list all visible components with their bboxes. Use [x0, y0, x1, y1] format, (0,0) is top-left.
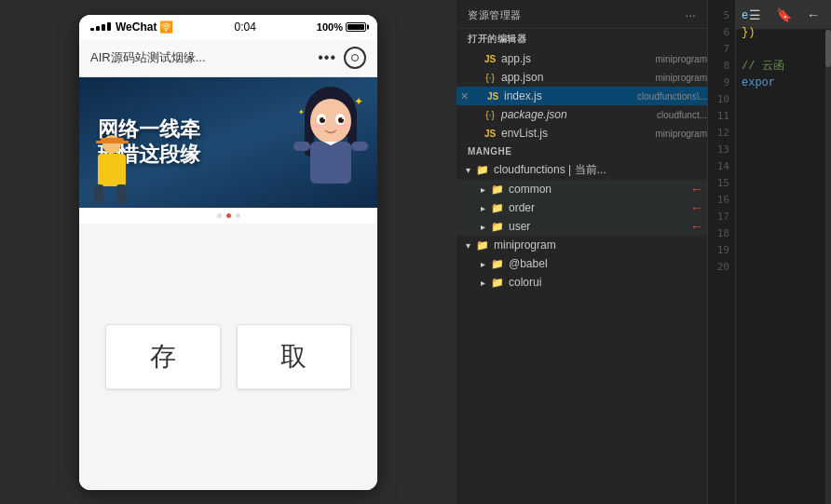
- list-item[interactable]: ✕ JS index.js cloudfunctions\...: [456, 87, 707, 105]
- list-item[interactable]: ▸ 📁 @babel: [456, 254, 707, 273]
- list-item[interactable]: ▸ 📁 colorui: [456, 273, 707, 292]
- dot-1: [217, 213, 222, 218]
- phone-banner: 网络一线牵 珍惜这段缘: [79, 77, 377, 208]
- manghe-section: MANGHE: [456, 143, 707, 160]
- phone-panel: WeChat 🛜 0:04 100% AIR源码站测试烟缘... •••: [0, 0, 456, 504]
- list-item[interactable]: ▸ 📁 user ←: [456, 217, 707, 236]
- back-icon[interactable]: ←: [803, 6, 824, 24]
- dot-2-active: [226, 213, 231, 218]
- battery-icon: [346, 22, 366, 32]
- svg-rect-5: [96, 141, 129, 143]
- list-item[interactable]: JS app.js miniprogram: [456, 49, 707, 68]
- svg-rect-2: [94, 184, 103, 203]
- phone-status-bar: WeChat 🛜 0:04 100%: [79, 15, 377, 39]
- folder-icon: 📁: [490, 200, 505, 215]
- list-item[interactable]: {·} app.json miniprogram: [456, 68, 707, 87]
- svg-rect-21: [351, 142, 368, 151]
- open-editors-section: 打开的编辑器: [456, 29, 707, 49]
- wifi-icon: 🛜: [159, 20, 173, 34]
- json-file-icon: {·}: [483, 107, 497, 122]
- js-file-icon: JS: [483, 126, 497, 141]
- dot-3: [236, 213, 240, 218]
- cancel-button[interactable]: 取: [237, 324, 352, 389]
- scrollbar-thumb[interactable]: [825, 30, 831, 67]
- phone-frame: WeChat 🛜 0:04 100% AIR源码站测试烟缘... •••: [79, 15, 377, 490]
- expand-arrow: ▸: [475, 222, 490, 232]
- explorer-actions: ···: [685, 7, 696, 22]
- nav-title: AIR源码站测试烟缘...: [90, 49, 310, 66]
- list-item[interactable]: ▾ 📁 cloudfunctions | 当前...: [456, 160, 707, 180]
- folder-icon: 📁: [475, 238, 490, 252]
- red-arrow-icon: ←: [690, 219, 703, 234]
- signal-dot-1: [90, 28, 94, 31]
- expand-arrow: ▸: [475, 259, 490, 269]
- svg-point-17: [340, 124, 349, 129]
- expand-arrow: ▾: [460, 240, 475, 251]
- svg-text:✦: ✦: [298, 108, 305, 116]
- folder-icon: 📁: [475, 163, 490, 178]
- folder-icon: 📁: [490, 182, 505, 197]
- phone-buttons-area: 存 取: [79, 224, 377, 490]
- svg-point-14: [323, 117, 325, 119]
- list-item[interactable]: ▸ 📁 order ←: [456, 198, 707, 217]
- folder-icon: 📁: [490, 219, 505, 234]
- expand-arrow: ▸: [475, 203, 490, 213]
- banner-girl-character: ✦ ✦: [284, 82, 377, 203]
- svg-rect-20: [293, 142, 310, 151]
- expand-arrow: ▸: [475, 278, 490, 288]
- code-editor: ☰ 🔖 ← 5 6 7 8 9 10 11 12 13 14 15 16 17 …: [708, 0, 831, 504]
- save-button[interactable]: 存: [105, 324, 221, 389]
- phone-nav-bar: AIR源码站测试烟缘... •••: [79, 39, 377, 77]
- nav-more-icon[interactable]: •••: [318, 49, 336, 66]
- svg-text:✦: ✦: [354, 95, 363, 108]
- list-item[interactable]: {·} package.json cloudfunct...: [456, 105, 707, 124]
- svg-point-16: [312, 124, 321, 129]
- svg-rect-1: [98, 154, 126, 186]
- status-right: 100%: [317, 21, 366, 33]
- battery-fill: [347, 24, 364, 30]
- svg-rect-18: [310, 142, 351, 184]
- explorer-title: 资源管理器: [468, 8, 522, 22]
- status-left: WeChat 🛜: [90, 20, 173, 34]
- scrollbar-track[interactable]: [825, 30, 831, 504]
- signal-dot-2: [96, 26, 100, 31]
- record-inner: [351, 54, 359, 61]
- js-file-icon: JS: [483, 51, 497, 66]
- svg-point-15: [342, 117, 344, 119]
- record-button[interactable]: [344, 47, 366, 69]
- battery-percent: 100%: [317, 21, 343, 33]
- signal-dot-3: [102, 24, 105, 31]
- red-arrow-icon: ←: [690, 182, 703, 197]
- status-time: 0:04: [234, 20, 255, 34]
- file-explorer: 资源管理器 ··· 打开的编辑器 JS app.js miniprogram {…: [456, 0, 708, 504]
- close-icon: ✕: [460, 90, 469, 102]
- banner-dots-indicator: [79, 208, 377, 224]
- svg-rect-3: [116, 184, 126, 203]
- json-file-icon: {·}: [483, 70, 497, 85]
- wechat-label: WeChat: [116, 20, 157, 34]
- js-file-icon: JS: [485, 89, 500, 103]
- signal-dots: [90, 22, 111, 31]
- more-options-icon[interactable]: ···: [685, 7, 696, 22]
- expand-arrow: ▸: [475, 184, 490, 195]
- explorer-header: 资源管理器 ···: [456, 0, 707, 29]
- svg-point-9: [310, 99, 351, 143]
- expand-arrow: ▾: [460, 165, 475, 175]
- vscode-panel: 资源管理器 ··· 打开的编辑器 JS app.js miniprogram {…: [456, 0, 831, 504]
- list-item[interactable]: JS envList.js miniprogram: [456, 124, 707, 143]
- list-item[interactable]: ▾ 📁 miniprogram: [456, 236, 707, 254]
- file-tree: 打开的编辑器 JS app.js miniprogram {·} app.jso…: [456, 29, 707, 504]
- list-item[interactable]: ▸ 📁 common ←: [456, 180, 707, 198]
- line-numbers: 5 6 7 8 9 10 11 12 13 14 15 16 17 18 19 …: [708, 0, 736, 504]
- signal-dot-4: [107, 22, 111, 31]
- red-arrow-icon: ←: [690, 200, 703, 215]
- folder-icon: 📁: [490, 275, 505, 290]
- code-content: e }) // 云函 expor: [742, 7, 784, 142]
- banner-worker-character: [87, 133, 138, 208]
- folder-icon: 📁: [490, 256, 505, 271]
